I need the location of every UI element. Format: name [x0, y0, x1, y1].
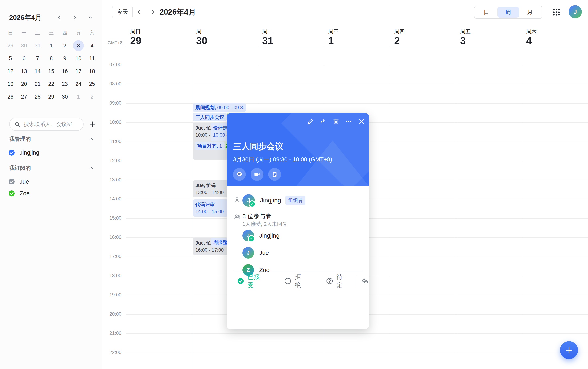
mini-day-cell[interactable]: 1 [44, 39, 58, 52]
user-avatar[interactable]: J [569, 5, 582, 18]
calendar-list-item-zoe[interactable]: Zoe [8, 188, 95, 199]
day-header-周日[interactable]: 周日29 [126, 26, 192, 47]
hour-gridline [126, 84, 588, 84]
chat-icon[interactable] [233, 168, 246, 181]
view-tab-日[interactable]: 日 [476, 7, 497, 18]
mini-day-cell[interactable]: 6 [17, 52, 31, 65]
mini-day-cell[interactable]: 12 [4, 65, 17, 78]
day-header-周一[interactable]: 周一30 [192, 26, 258, 47]
column-divider [522, 26, 522, 369]
mini-day-cell[interactable]: 15 [44, 65, 58, 78]
mini-day-cell[interactable]: 31 [31, 39, 44, 52]
mini-day-cell[interactable]: 11 [85, 52, 99, 65]
rsvp-tentative-button[interactable]: 待定 [326, 273, 347, 289]
reply-icon[interactable] [361, 277, 369, 286]
calendar-section-title[interactable]: 我订阅的 [9, 164, 95, 172]
mini-weekday-label: 六 [85, 26, 99, 39]
mini-day-cell[interactable]: 14 [31, 65, 44, 78]
participant-row-jue[interactable]: JJue [242, 247, 269, 259]
organizer-row[interactable]: J Jingjing 组织者 [242, 194, 305, 207]
mini-day-cell[interactable]: 30 [58, 90, 72, 103]
hour-label: 22:00 [102, 350, 121, 355]
hour-label: 14:00 [102, 196, 121, 202]
topbar: 今天 2026年4月 日周月 J [102, 0, 588, 26]
mini-day-cell[interactable]: 29 [4, 39, 17, 52]
day-header-周三[interactable]: 周三1 [324, 26, 390, 47]
mini-day-cell[interactable]: 8 [44, 52, 58, 65]
mini-day-cell[interactable]: 9 [58, 52, 72, 65]
edit-icon[interactable] [307, 118, 314, 125]
search-box[interactable] [9, 118, 84, 131]
popup-body: J Jingjing 组织者 3 位参与者 1人接受, 2人未回复 JJingj… [227, 186, 369, 329]
mini-day-cell[interactable]: 3 [72, 39, 85, 52]
mini-day-cell[interactable]: 20 [17, 78, 31, 90]
mini-day-cell[interactable]: 23 [58, 78, 72, 90]
participants-count[interactable]: 3 位参与者 [242, 212, 271, 220]
trash-icon[interactable] [333, 118, 339, 125]
mini-day-cell[interactable]: 24 [72, 78, 85, 90]
view-tab-月[interactable]: 月 [519, 7, 541, 18]
mini-prev-month-icon[interactable] [56, 14, 63, 21]
doc-icon[interactable] [268, 168, 281, 181]
more-icon[interactable] [345, 118, 352, 125]
mini-day-cell[interactable]: 25 [85, 78, 99, 90]
mini-day-cell[interactable]: 18 [85, 65, 99, 78]
day-header-周六[interactable]: 周六4 [522, 26, 588, 47]
add-calendar-icon[interactable] [89, 121, 96, 128]
event-chip[interactable]: 项目对齐, 11:00 - 11:30 [195, 142, 225, 150]
calendar-check-icon[interactable] [8, 149, 15, 156]
create-event-button[interactable] [560, 341, 578, 359]
event-chip[interactable]: 三人同步会议, 09:30 - 10:00 [193, 113, 227, 121]
chevron-up-icon[interactable] [88, 164, 95, 172]
mini-day-cell[interactable]: 16 [58, 65, 72, 78]
day-header-周二[interactable]: 周二31 [258, 26, 324, 47]
day-header-周四[interactable]: 周四2 [390, 26, 456, 47]
rsvp-decline-button[interactable]: 拒绝 [284, 273, 305, 289]
apps-grid-icon[interactable] [551, 7, 562, 18]
mini-calendar-header: 2026年4月 [9, 12, 94, 23]
search-input[interactable] [23, 121, 82, 128]
mini-day-cell[interactable]: 30 [17, 39, 31, 52]
mini-day-cell[interactable]: 22 [44, 78, 58, 90]
calendar-list-item-jingjing[interactable]: Jingjing [8, 147, 95, 158]
rsvp-accepted-button[interactable]: 已接受 [237, 273, 263, 289]
mini-day-cell[interactable]: 2 [58, 39, 72, 52]
mini-day-cell[interactable]: 19 [4, 78, 17, 90]
mini-day-cell[interactable]: 17 [72, 65, 85, 78]
mini-day-cell[interactable]: 21 [31, 78, 44, 90]
mini-collapse-icon[interactable] [87, 14, 94, 21]
calendar-check-icon[interactable] [8, 190, 15, 197]
mini-calendar-title: 2026年4月 [9, 13, 42, 22]
mini-day-cell[interactable]: 4 [85, 39, 99, 52]
event-chip[interactable]: 晨间规划, 09:00 - 09:30 [193, 103, 246, 112]
share-icon[interactable] [320, 118, 327, 125]
mini-day-cell[interactable]: 27 [17, 90, 31, 103]
mini-next-month-icon[interactable] [71, 14, 78, 21]
next-week-icon[interactable] [149, 8, 156, 16]
hour-label: 17:00 [102, 254, 121, 259]
person-icon [234, 197, 240, 204]
organizer-avatar: J [242, 194, 255, 207]
calendar-section-title[interactable]: 我管理的 [9, 135, 95, 143]
view-tab-周[interactable]: 周 [497, 7, 519, 18]
mini-day-cell[interactable]: 13 [17, 65, 31, 78]
participant-row-jingjing[interactable]: JJingjing [242, 230, 280, 241]
mini-day-cell[interactable]: 10 [72, 52, 85, 65]
video-icon[interactable] [251, 168, 263, 181]
mini-day-cell[interactable]: 29 [44, 90, 58, 103]
mini-day-cell[interactable]: 2 [85, 90, 99, 103]
mini-day-cell[interactable]: 26 [4, 90, 17, 103]
calendar-list-item-jue[interactable]: Jue [8, 176, 95, 187]
mini-day-cell[interactable]: 28 [31, 90, 44, 103]
calendar-check-icon[interactable] [8, 178, 15, 185]
day-header-周五[interactable]: 周五3 [456, 26, 522, 47]
mini-day-cell[interactable]: 5 [4, 52, 17, 65]
mini-day-cell[interactable]: 1 [72, 90, 85, 103]
today-button[interactable]: 今天 [112, 6, 133, 18]
hour-label: 15:00 [102, 215, 121, 221]
hour-label: 08:00 [102, 81, 121, 87]
prev-week-icon[interactable] [135, 8, 142, 16]
mini-day-cell[interactable]: 7 [31, 52, 44, 65]
close-icon[interactable] [358, 118, 365, 125]
chevron-up-icon[interactable] [88, 135, 95, 143]
